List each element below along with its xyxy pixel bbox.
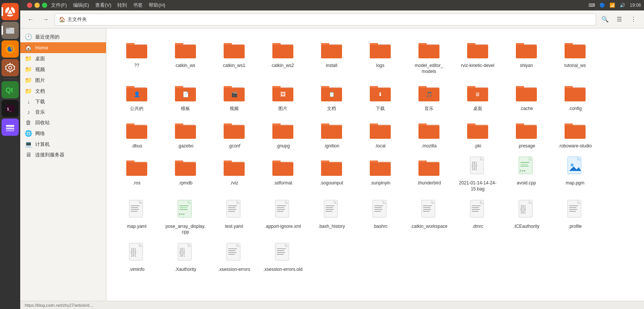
file-item-rviz-kinetic-devel[interactable]: rviz-kinetic-devel (453, 34, 502, 77)
file-item-catkin_ws1[interactable]: catkin_ws1 (210, 34, 258, 77)
file-item-pki[interactable]: .pki (453, 115, 502, 152)
file-label-xsessionerrorsold: .xsession-errors.old (263, 267, 303, 273)
sidebar-item-connect[interactable]: 🖥 连接到服务器 (20, 150, 106, 160)
svg-text:🖼: 🖼 (280, 91, 285, 97)
sidebar-item-trash[interactable]: 🗑 回收站 (20, 117, 106, 128)
launcher-app-qt[interactable]: Qt (1, 81, 19, 98)
sidebar-item-pictures[interactable]: 📁 图片 (20, 75, 106, 86)
file-item-model_editor_models[interactable]: model_editor_models (405, 34, 453, 77)
file-item-testyaml[interactable]: test.yaml (210, 195, 258, 238)
file-item-sunpinyin[interactable]: .sunpinyin (356, 152, 405, 195)
file-item-unknown[interactable]: ?? (112, 34, 161, 77)
file-item-rpmdb[interactable]: .rpmdb (161, 152, 210, 195)
launcher-app-terminal[interactable]: $_ (1, 100, 19, 117)
file-item-rviz[interactable]: .rviz (210, 152, 258, 195)
sidebar-item-home[interactable]: 🏠 Home (20, 42, 106, 53)
svg-rect-190 (131, 209, 139, 210)
file-item-apportxml[interactable]: .apport-ignore.xml (258, 195, 307, 238)
file-item-install[interactable]: install (307, 34, 356, 77)
file-item-logs[interactable]: logs (356, 34, 405, 77)
file-item-downloads2[interactable]: ⬇ 下载 (356, 77, 405, 115)
file-item-xsessionerrorsold[interactable]: .xsession-errors.old (258, 238, 307, 276)
sidebar-item-downloads[interactable]: ↓ 下载 (20, 97, 106, 107)
file-item-config[interactable]: .config (551, 77, 599, 115)
file-item-avoidcpp[interactable]: c++ avoid.cpp (502, 152, 551, 195)
menu-button[interactable]: ⋮ (628, 13, 640, 25)
back-button[interactable]: ← (25, 13, 37, 25)
minimize-button[interactable] (34, 3, 40, 8)
sidebar-label-computer: 计算机 (35, 141, 50, 148)
file-item-mapyaml[interactable]: map.yaml (112, 195, 161, 238)
launcher-app-settings[interactable] (1, 59, 19, 76)
file-item-xauthority[interactable]: 101 010 101 .Xauthority (161, 238, 210, 276)
file-item-ignition[interactable]: .ignition (307, 115, 356, 152)
file-item-gnupg[interactable]: .gnupg (258, 115, 307, 152)
file-item-xsessionerrors[interactable]: .xsession-errors (210, 238, 258, 276)
file-item-viminfo[interactable]: 101 010 101 .viminfo (112, 238, 161, 276)
sidebar-item-music[interactable]: ♪ 音乐 (20, 107, 106, 117)
file-item-catkinworkspace[interactable]: .catkin_workspace (405, 195, 453, 238)
sidebar-item-computer[interactable]: 💻 计算机 (20, 139, 106, 150)
menu-edit[interactable]: 编辑(E) (73, 2, 89, 9)
file-item-mappgm[interactable]: map.pgm (551, 152, 599, 195)
file-item-tutorial_ws[interactable]: tutorial_ws (551, 34, 599, 77)
file-item-dmrc[interactable]: .dmrc (453, 195, 502, 238)
file-item-desktop2[interactable]: 🖥 桌面 (453, 77, 502, 115)
file-item-bashhistory[interactable]: .bash_history (307, 195, 356, 238)
breadcrumb[interactable]: 🏠 主文件夹 (55, 13, 596, 25)
sidebar-item-desktop[interactable]: 📁 桌面 (20, 53, 106, 64)
menu-goto[interactable]: 转到 (117, 2, 127, 9)
file-item-cache[interactable]: .cache (502, 77, 551, 115)
file-item-bashrc[interactable]: .bashrc (356, 195, 405, 238)
file-item-sogouinput[interactable]: .sogouinput (307, 152, 356, 195)
file-item-thunderbird[interactable]: .thunderbird (405, 152, 453, 195)
launcher-app-ubuntu[interactable] (1, 3, 19, 20)
launcher-app-firefox[interactable] (1, 40, 19, 58)
forward-button[interactable]: → (40, 13, 52, 25)
file-item-documents2[interactable]: 📋 文档 (307, 77, 356, 115)
file-item-ros[interactable]: .ros (112, 152, 161, 195)
file-item-catkin_ws[interactable]: catkin_ws (161, 34, 210, 77)
file-item-iceauthority[interactable]: 101 010 101 .ICEauthority (502, 195, 551, 238)
sidebar-item-recent[interactable]: 🕐 最近使用的 (20, 31, 106, 42)
sidebar-item-network[interactable]: 🌐 网络 (20, 128, 106, 139)
svg-rect-14 (6, 130, 14, 131)
file-label-documents2: 文档 (327, 106, 336, 112)
file-item-dbus[interactable]: .dbus (112, 115, 161, 152)
file-item-sdformat[interactable]: .sdformat (258, 152, 307, 195)
svg-rect-36 (370, 45, 391, 58)
file-item-shiyan[interactable]: shiyan (502, 34, 551, 77)
file-item-music2[interactable]: 🎵 音乐 (405, 77, 453, 115)
launcher-app-stack[interactable] (1, 119, 19, 136)
search-button[interactable]: 🔍 (599, 13, 611, 25)
menu-view[interactable]: 查看(V) (95, 2, 111, 9)
menu-help[interactable]: 帮助(H) (149, 2, 165, 9)
sidebar-item-videos[interactable]: 📁 视频 (20, 64, 106, 75)
file-item-pictures2[interactable]: 🖼 图片 (258, 77, 307, 115)
file-item-videos2[interactable]: 🎬 视频 (210, 77, 258, 115)
file-item-gazebo[interactable]: .gazebo (161, 115, 210, 152)
file-item-bagfile[interactable]: 101 010 101 2021-01-14-14-24-15.bag (453, 152, 502, 195)
menu-file[interactable]: 文件(F) (51, 2, 67, 9)
file-item-public[interactable]: 👤 公共的 (112, 77, 161, 115)
menu-bookmarks[interactable]: 书签 (133, 2, 143, 9)
file-item-gconf[interactable]: .gconf (210, 115, 258, 152)
file-item-mozilla[interactable]: .mozilla (405, 115, 453, 152)
file-item-profile[interactable]: .profile (551, 195, 599, 238)
file-icon-music2: 🎵 (417, 80, 441, 104)
file-item-local[interactable]: .local (356, 115, 405, 152)
sidebar-item-documents[interactable]: 📁 文档 (20, 86, 106, 97)
close-button[interactable] (27, 3, 32, 8)
file-item-templates[interactable]: 📄 模板 (161, 77, 210, 115)
file-item-catkin_ws2[interactable]: catkin_ws2 (258, 34, 307, 77)
svg-rect-118 (272, 123, 281, 125)
file-item-posecpp[interactable]: c++ pose_array_display.cpp (161, 195, 210, 238)
launcher-app-files[interactable] (1, 22, 19, 39)
view-toggle-button[interactable]: ☰ (613, 13, 625, 25)
file-icon-bashrc (368, 198, 392, 222)
file-item-presage[interactable]: .presage (502, 115, 551, 152)
file-item-roboware[interactable]: .roboware-studio (551, 115, 599, 152)
svg-text:101: 101 (472, 168, 477, 171)
maximize-button[interactable] (42, 3, 47, 8)
svg-rect-196 (179, 209, 188, 210)
